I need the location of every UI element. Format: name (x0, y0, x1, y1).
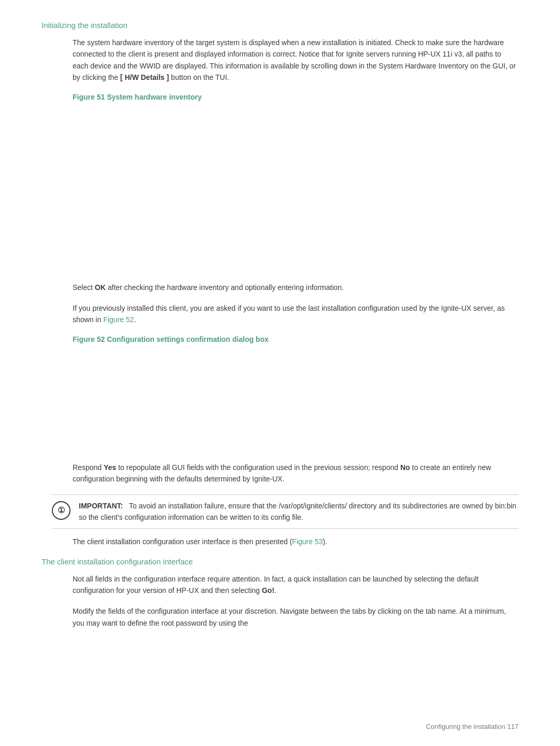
hw-details-button-label: [ H/W Details ] (120, 73, 169, 81)
figure-51-placeholder (73, 107, 519, 273)
important-note-box: ① IMPORTANT: To avoid an installation fa… (52, 494, 519, 529)
important-content: IMPORTANT: To avoid an installation fail… (79, 500, 519, 523)
page-footer: Configuring the installation 117 (426, 723, 519, 730)
figure-52-placeholder (73, 350, 519, 453)
figure-51-caption: Figure 51 System hardware inventory (73, 93, 519, 101)
figure-52-link[interactable]: Figure 52 (103, 315, 134, 324)
path-code-1: /var/opt/ignite/clients/ (278, 502, 347, 510)
paragraph-select-ok: Select OK after checking the hardware in… (73, 282, 519, 293)
figure-52-caption: Figure 52 Configuration settings confirm… (73, 335, 519, 343)
figure-53-link[interactable]: Figure 53 (292, 537, 323, 546)
paragraph-respond-yes-no: Respond Yes to repopulate all GUI fields… (73, 462, 519, 485)
bin-bin-code: bin:bin (495, 502, 516, 510)
no-label: No (400, 463, 410, 472)
section-heading-client-config: The client installation configuration in… (41, 557, 519, 566)
yes-label: Yes (104, 463, 116, 472)
important-label: IMPORTANT: (79, 502, 123, 510)
important-icon: ① (52, 501, 71, 520)
paragraph-previously-installed: If you previously installed this client,… (73, 302, 519, 326)
page-container: Initializing the installation The system… (0, 0, 560, 665)
go-label: Go! (262, 586, 274, 595)
paragraph-client-config-presented: The client installation configuration us… (73, 536, 519, 547)
intro-paragraph: The system hardware inventory of the tar… (73, 37, 519, 84)
config-file-link[interactable]: config file (271, 513, 301, 521)
ok-label: OK (95, 283, 106, 292)
paragraph-not-all-fields: Not all fields in the configuration inte… (73, 573, 519, 597)
section-heading-initializing: Initializing the installation (41, 21, 519, 30)
paragraph-modify-fields: Modify the fields of the configuration i… (73, 605, 519, 629)
